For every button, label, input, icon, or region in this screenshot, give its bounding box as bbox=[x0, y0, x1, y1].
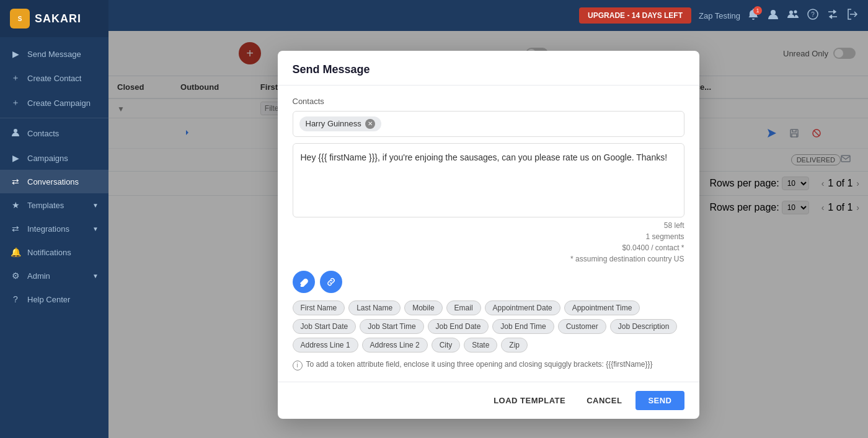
sidebar-item-templates[interactable]: ★ Templates ▼ bbox=[0, 193, 108, 217]
notification-badge: 1 bbox=[753, 6, 762, 15]
sidebar-item-label: Send Message bbox=[27, 50, 81, 59]
team-icon[interactable] bbox=[787, 9, 799, 22]
token-chip[interactable]: Email bbox=[446, 300, 481, 315]
remove-contact-button[interactable]: ✕ bbox=[365, 119, 375, 129]
help-icon: ? bbox=[10, 294, 21, 304]
token-chip[interactable]: Mobile bbox=[404, 300, 442, 315]
modal-title: Send Message bbox=[293, 63, 370, 76]
sidebar-nav: ▶ Send Message ＋ Create Contact ＋ Create… bbox=[0, 37, 108, 438]
sidebar-item-label: Templates bbox=[27, 201, 64, 210]
token-chip[interactable]: Job End Time bbox=[492, 319, 554, 334]
sidebar-item-label: Notifications bbox=[27, 248, 71, 257]
sidebar-item-contacts[interactable]: Contacts bbox=[0, 121, 108, 146]
topbar-icons: 1 ? bbox=[748, 9, 858, 22]
topbar: UPGRADE - 14 DAYS LEFT Zap Testing 1 bbox=[108, 0, 868, 31]
attach-button[interactable] bbox=[293, 271, 315, 293]
sidebar-item-label: Create Contact bbox=[27, 74, 81, 83]
char-info: 58 left 1 segments $0.0400 / contact * *… bbox=[293, 220, 684, 265]
cost-note: * assuming destination country US bbox=[293, 253, 684, 265]
svg-text:?: ? bbox=[811, 11, 815, 18]
modal-footer: LOAD TEMPLATE CANCEL SEND bbox=[278, 382, 699, 419]
message-actions bbox=[293, 271, 684, 293]
svg-point-2 bbox=[14, 129, 17, 133]
sidebar: S SAKARI ▶ Send Message ＋ Create Contact… bbox=[0, 0, 108, 438]
templates-icon: ★ bbox=[10, 200, 21, 210]
token-chip[interactable]: Address Line 2 bbox=[362, 338, 428, 353]
info-icon: i bbox=[293, 361, 303, 370]
send-message-modal: Send Message Contacts Harry Guinness ✕ H… bbox=[278, 51, 699, 419]
token-chip[interactable]: Job Start Date bbox=[293, 319, 356, 334]
token-chip[interactable]: Job Description bbox=[610, 319, 678, 334]
sidebar-item-notifications[interactable]: 🔔 Notifications bbox=[0, 240, 108, 264]
contacts-icon bbox=[10, 128, 21, 139]
campaigns-icon: ▶ bbox=[10, 153, 21, 163]
contact-tag: Harry Guinness ✕ bbox=[299, 116, 381, 131]
token-chip[interactable]: Job Start Time bbox=[360, 319, 423, 334]
sidebar-item-campaigns[interactable]: ▶ Campaigns bbox=[0, 146, 108, 170]
sidebar-item-admin[interactable]: ⚙ Admin ▼ bbox=[0, 264, 108, 287]
admin-chevron-icon: ▼ bbox=[92, 273, 99, 279]
svg-text:S: S bbox=[18, 15, 22, 22]
profile-icon[interactable] bbox=[768, 9, 779, 22]
send-message-icon: ▶ bbox=[10, 49, 21, 59]
contacts-label: Contacts bbox=[293, 97, 684, 106]
logo-text: SAKARI bbox=[35, 12, 81, 25]
logo-area: S SAKARI bbox=[0, 0, 108, 37]
create-contact-icon: ＋ bbox=[10, 72, 21, 84]
svg-point-5 bbox=[794, 11, 797, 14]
sidebar-item-label: Contacts bbox=[27, 129, 59, 138]
main-area: UPGRADE - 14 DAYS LEFT Zap Testing 1 bbox=[108, 0, 868, 438]
token-chip[interactable]: Job End Date bbox=[428, 319, 489, 334]
sidebar-item-help-center[interactable]: ? Help Center bbox=[0, 287, 108, 311]
sidebar-item-label: Integrations bbox=[27, 224, 69, 234]
token-chip[interactable]: Appointment Date bbox=[485, 300, 560, 315]
send-button[interactable]: SEND bbox=[636, 391, 684, 410]
token-chip[interactable]: Last Name bbox=[348, 300, 401, 315]
token-chip[interactable]: First Name bbox=[293, 300, 345, 315]
conversations-icon: ⇄ bbox=[10, 177, 21, 186]
token-hint-text: To add a token attribute field, enclose … bbox=[306, 360, 653, 369]
admin-icon: ⚙ bbox=[10, 271, 21, 281]
svg-point-4 bbox=[789, 11, 793, 14]
load-template-button[interactable]: LOAD TEMPLATE bbox=[486, 391, 573, 410]
token-chip[interactable]: State bbox=[464, 338, 497, 353]
token-hint: i To add a token attribute field, enclos… bbox=[293, 360, 684, 370]
modal-overlay: Send Message Contacts Harry Guinness ✕ H… bbox=[108, 31, 868, 438]
sidebar-item-send-message[interactable]: ▶ Send Message bbox=[0, 42, 108, 66]
zap-testing-label: Zap Testing bbox=[699, 11, 740, 20]
message-textarea[interactable]: Hey {{{ firstName }}}, if you're enjoing… bbox=[293, 143, 684, 217]
sidebar-item-integrations[interactable]: ⇄ Integrations ▼ bbox=[0, 217, 108, 240]
sidebar-item-create-campaign[interactable]: ＋ Create Campaign bbox=[0, 90, 108, 115]
modal-body: Contacts Harry Guinness ✕ Hey {{{ firstN… bbox=[278, 85, 699, 382]
segments: 1 segments bbox=[293, 231, 684, 242]
create-campaign-icon: ＋ bbox=[10, 97, 21, 108]
sidebar-item-conversations[interactable]: ⇄ Conversations bbox=[0, 170, 108, 193]
contact-name: Harry Guinness bbox=[306, 119, 361, 128]
contacts-input-area[interactable]: Harry Guinness ✕ bbox=[293, 111, 684, 137]
notifications-topbar-icon[interactable]: 1 bbox=[748, 9, 759, 22]
link-button[interactable] bbox=[320, 271, 342, 293]
token-chip[interactable]: Appointment Time bbox=[564, 300, 640, 315]
chars-left: 58 left bbox=[293, 220, 684, 231]
logout-icon[interactable] bbox=[847, 9, 858, 22]
token-chip[interactable]: Customer bbox=[558, 319, 606, 334]
help-topbar-icon[interactable]: ? bbox=[807, 9, 818, 22]
notifications-icon: 🔔 bbox=[10, 247, 21, 257]
modal-header: Send Message bbox=[278, 51, 699, 85]
swap-icon[interactable] bbox=[827, 9, 838, 22]
logo-icon: S bbox=[10, 9, 30, 28]
upgrade-button[interactable]: UPGRADE - 14 DAYS LEFT bbox=[579, 7, 691, 24]
svg-point-3 bbox=[771, 10, 776, 15]
sidebar-item-label: Create Campaign bbox=[27, 99, 91, 108]
cancel-button[interactable]: CANCEL bbox=[579, 391, 629, 410]
sidebar-item-label: Help Center bbox=[27, 295, 70, 304]
cost: $0.0400 / contact * bbox=[293, 242, 684, 253]
token-chip[interactable]: Address Line 1 bbox=[293, 338, 358, 353]
token-chip[interactable]: City bbox=[432, 338, 461, 353]
integrations-icon: ⇄ bbox=[10, 224, 21, 234]
nav-divider bbox=[0, 118, 108, 118]
sidebar-item-label: Campaigns bbox=[27, 154, 68, 163]
integrations-chevron-icon: ▼ bbox=[92, 226, 99, 232]
token-chip[interactable]: Zip bbox=[501, 338, 528, 353]
sidebar-item-create-contact[interactable]: ＋ Create Contact bbox=[0, 66, 108, 90]
